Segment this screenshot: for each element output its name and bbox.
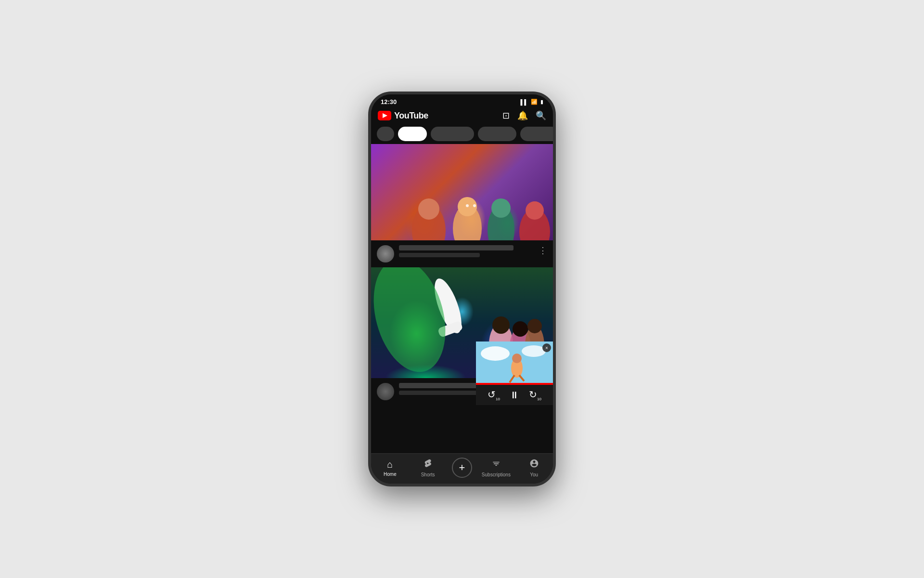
video-card-1: ⋮ xyxy=(371,144,553,267)
video-info-1: ⋮ xyxy=(371,240,553,267)
video-thumbnail-1[interactable] xyxy=(371,144,553,240)
video-card-2: ⋮ xyxy=(371,267,553,405)
video-subtitle-1 xyxy=(399,253,480,257)
notification-icon[interactable]: 🔔 xyxy=(517,110,528,121)
nav-subscriptions[interactable]: Subscriptions xyxy=(477,459,515,477)
mini-player-art xyxy=(476,342,553,385)
svg-point-1 xyxy=(418,198,439,220)
mini-player-thumbnail xyxy=(476,342,553,385)
category-chips xyxy=(371,124,553,144)
chip-home[interactable] xyxy=(398,127,427,141)
search-icon[interactable]: 🔍 xyxy=(536,110,546,121)
status-icons: ▌▌ 📶 ▮ xyxy=(520,99,543,105)
svg-point-23 xyxy=(512,354,522,363)
svg-point-20 xyxy=(481,346,510,361)
shorts-icon xyxy=(423,459,433,471)
main-content: ⋮ xyxy=(371,144,553,453)
channel-avatar-1 xyxy=(377,245,394,263)
mini-player: × ↺10 ⏸ ↻10 xyxy=(476,342,553,405)
mini-player-progress xyxy=(476,383,553,385)
youtube-logo-text: YouTube xyxy=(394,111,428,121)
svg-point-18 xyxy=(527,319,542,333)
chip-all[interactable] xyxy=(377,127,394,141)
add-icon: + xyxy=(459,461,465,474)
rewind-button[interactable]: ↺10 xyxy=(488,389,500,401)
svg-point-16 xyxy=(513,321,528,337)
nav-home[interactable]: ⌂ Home xyxy=(371,459,409,477)
yt-logo: YouTube xyxy=(378,111,428,121)
svg-point-8 xyxy=(466,204,469,207)
you-label: You xyxy=(530,472,538,477)
chip-music[interactable] xyxy=(431,127,474,141)
youtube-logo-icon xyxy=(378,111,391,120)
battery-icon: ▮ xyxy=(540,99,543,105)
thumbnail-people-1 xyxy=(371,154,553,240)
mini-player-close-button[interactable]: × xyxy=(542,343,551,352)
svg-point-5 xyxy=(491,198,511,218)
svg-point-7 xyxy=(526,201,544,220)
phone-frame: 12:30 ▌▌ 📶 ▮ YouTube ⊡ 🔔 🔍 xyxy=(368,92,556,486)
youtube-header: YouTube ⊡ 🔔 🔍 xyxy=(371,107,553,124)
svg-point-9 xyxy=(473,204,476,207)
mini-player-controls: ↺10 ⏸ ↻10 xyxy=(476,385,553,405)
subscriptions-icon xyxy=(491,459,501,471)
channel-avatar-2 xyxy=(377,383,394,400)
chip-news[interactable] xyxy=(520,127,553,141)
mini-player-top: × xyxy=(476,342,553,385)
subscriptions-label: Subscriptions xyxy=(482,472,511,477)
svg-point-14 xyxy=(492,316,510,334)
you-icon xyxy=(529,459,539,471)
cast-icon[interactable]: ⊡ xyxy=(502,110,510,121)
nav-you[interactable]: You xyxy=(515,459,553,477)
video-more-button-1[interactable]: ⋮ xyxy=(539,245,547,256)
video-meta-1 xyxy=(399,245,534,257)
nav-add[interactable]: + xyxy=(447,458,477,478)
video-subtitle-2 xyxy=(399,391,480,395)
bottom-nav: ⌂ Home Shorts + xyxy=(371,453,553,484)
forward-button[interactable]: ↻10 xyxy=(529,389,541,401)
video-title-1 xyxy=(399,245,513,250)
home-icon: ⌂ xyxy=(387,459,393,470)
signal-icon: ▌▌ xyxy=(520,99,528,105)
add-button[interactable]: + xyxy=(452,458,472,478)
nav-shorts[interactable]: Shorts xyxy=(409,459,447,477)
thumbnail-art-1 xyxy=(371,154,553,240)
shorts-label: Shorts xyxy=(421,472,435,477)
status-bar: 12:30 ▌▌ 📶 ▮ xyxy=(371,94,553,107)
phone-screen: 12:30 ▌▌ 📶 ▮ YouTube ⊡ 🔔 🔍 xyxy=(371,94,553,484)
chip-gaming[interactable] xyxy=(478,127,516,141)
home-label: Home xyxy=(384,472,397,477)
pause-button[interactable]: ⏸ xyxy=(510,390,519,401)
wifi-icon: 📶 xyxy=(531,99,538,105)
header-icons: ⊡ 🔔 🔍 xyxy=(502,110,546,121)
status-time: 12:30 xyxy=(381,98,397,105)
